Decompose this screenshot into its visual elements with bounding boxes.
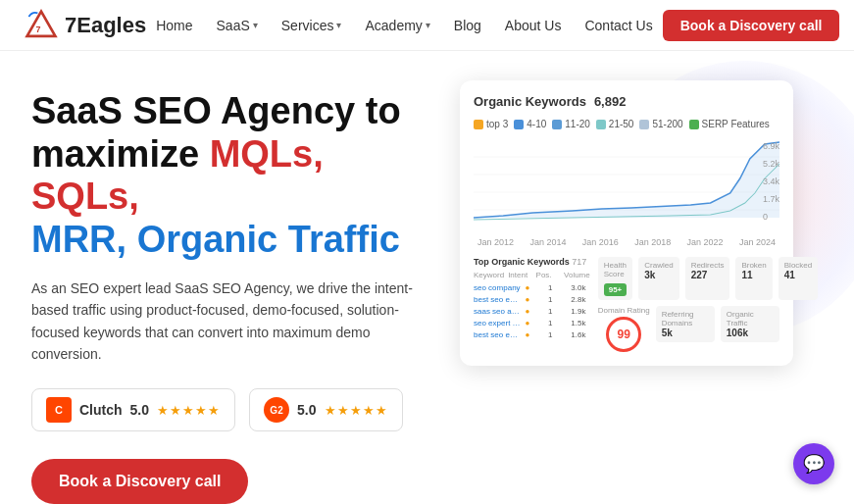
table-row: best seo expert in india ● 1 1.6k (474, 330, 590, 339)
g2-icon: G2 (264, 397, 289, 423)
broken-box: Broken 11 (735, 257, 772, 300)
chart-x-labels: Jan 2012 Jan 2014 Jan 2016 Jan 2018 Jan … (474, 237, 779, 247)
nav-blog[interactable]: Blog (444, 12, 491, 39)
chat-widget-button[interactable]: 💬 (793, 443, 834, 484)
legend-top3: top 3 (474, 119, 508, 129)
table-header: Keyword Intent Pos. Volume (474, 271, 590, 279)
organic-keywords-chart: 6.9k 5.2k 3.4k 1.7k 0 Jan 2012 Jan 2014 … (474, 139, 779, 247)
logo[interactable]: 7 7Eagles (24, 8, 146, 43)
hero-cta-button[interactable]: Book a Discovery call (31, 459, 248, 504)
hero-left: SaaS SEO Agency to maximize MQLs, SQLs, … (31, 90, 421, 504)
nav-home[interactable]: Home (146, 12, 202, 39)
hero-right: Organic Keywords 6,892 top 3 4-10 11-20 (460, 80, 823, 366)
svg-text:7: 7 (36, 25, 41, 34)
crawled-box: Crawled 3k (638, 257, 678, 300)
legend-dot (474, 120, 483, 129)
clutch-icon: C (46, 397, 72, 423)
nav-links: Home SaaS ▾ Services ▾ Academy ▾ Blog Ab… (146, 12, 663, 39)
table-row: seo company ● 1 3.0k (474, 283, 590, 292)
table-row: best seo expert in india ● 1 2.8k (474, 295, 590, 304)
nav-services[interactable]: Services ▾ (272, 12, 352, 39)
legend-serp: SERP Features (689, 119, 770, 129)
stats-bottom-row: Domain Rating 99 Referring Domains 5k (598, 306, 779, 352)
seo-stats: Health Score 95+ Crawled 3k Redirects 22… (598, 257, 779, 352)
chevron-down-icon: ▾ (253, 20, 258, 30)
legend-dot (552, 120, 562, 129)
legend-dot (689, 120, 699, 129)
redirects-box: Redirects 227 (685, 257, 730, 300)
legend-21-50: 21-50 (596, 119, 634, 129)
dashboard-bottom: Top Organic Keywords 717 Keyword Intent … (474, 257, 779, 352)
legend-11-20: 11-20 (552, 119, 590, 129)
nav-academy[interactable]: Academy ▾ (355, 12, 439, 39)
chart-svg (474, 139, 779, 227)
nav-cta-button[interactable]: Book a Discovery call (663, 10, 840, 41)
domain-rating-circle: 99 (606, 317, 641, 352)
health-score-box: Health Score 95+ (598, 257, 633, 300)
logo-icon: 7 (24, 8, 59, 43)
nav-contact[interactable]: Contact Us (575, 12, 662, 39)
hero-headline: SaaS SEO Agency to maximize MQLs, SQLs, … (31, 90, 421, 262)
navbar: 7 7Eagles Home SaaS ▾ Services ▾ Academy… (0, 0, 854, 51)
chart-legend: top 3 4-10 11-20 21-50 51-200 (474, 119, 779, 129)
domain-rating-box: Domain Rating 99 (598, 306, 650, 352)
chart-y-labels: 6.9k 5.2k 3.4k 1.7k 0 (763, 139, 779, 224)
nav-about[interactable]: About Us (495, 12, 572, 39)
stats-top-row: Health Score 95+ Crawled 3k Redirects 22… (598, 257, 779, 300)
chevron-down-icon: ▾ (426, 20, 430, 30)
main-content: SaaS SEO Agency to maximize MQLs, SQLs, … (0, 51, 854, 504)
organic-traffic-box: Organic Traffic 106k (721, 306, 779, 342)
chevron-down-icon: ▾ (336, 20, 341, 30)
hero-subtext: As an SEO expert lead SaaS SEO Agency, w… (31, 277, 414, 366)
trust-badges: C Clutch 5.0 ★★★★★ G2 5.0 ★★★★★ (31, 388, 421, 431)
keywords-table: Top Organic Keywords 717 Keyword Intent … (474, 257, 590, 352)
legend-dot (514, 120, 524, 129)
chat-icon: 💬 (803, 453, 825, 475)
svg-marker-6 (474, 142, 779, 218)
dashboard-card: Organic Keywords 6,892 top 3 4-10 11-20 (460, 80, 793, 366)
table-row: saas seo agency ● 1 1.9k (474, 307, 590, 316)
legend-51-200: 51-200 (639, 119, 682, 129)
legend-dot (596, 120, 606, 129)
nav-saas[interactable]: SaaS ▾ (207, 12, 268, 39)
table-row: seo expert india ● 1 1.5k (474, 319, 590, 328)
g2-badge: G2 5.0 ★★★★★ (249, 388, 402, 431)
referring-box: Referring Domains 5k (656, 306, 715, 342)
blocked-box: Blocked 41 (779, 257, 818, 300)
dashboard-header: Organic Keywords 6,892 (474, 94, 779, 109)
clutch-badge: C Clutch 5.0 ★★★★★ (31, 388, 235, 431)
logo-text: 7Eagles (65, 13, 146, 38)
legend-dot (639, 120, 649, 129)
referring-traffic-box: Referring Domains 5k Organic Traffic 106… (656, 306, 779, 342)
legend-4-10: 4-10 (514, 119, 546, 129)
